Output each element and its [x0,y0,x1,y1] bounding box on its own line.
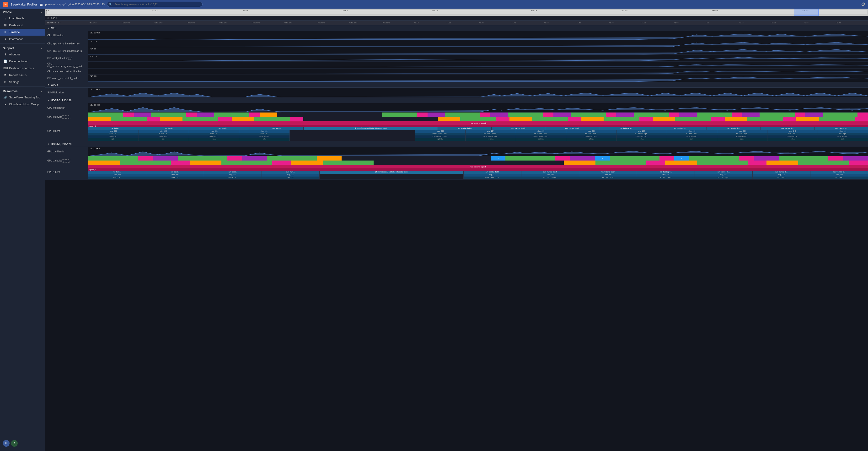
cpu-itlb-label: CPU-itlb_misses.miss_causes_a_walk [45,62,88,68]
sidebar-item-cloudwatch[interactable]: ☁ CloudWatch Log Group [0,101,45,108]
cpu-clk-thread-label: CPU-cpu_clk_unhalted.thread_p [45,47,88,55]
cpu-uops-row: CPU-uops_retired.stall_cycles 75 [45,74,868,82]
timeline-minimap-ruler[interactable]: 0 s 42.5 s 84.5 s 126.8 s 169.1 s 211.4 … [45,9,868,16]
sidebar-item-load-profile[interactable]: ↑ Load Profile [0,15,45,22]
gpu1-utilization-row: GPU-1 utilization 100 [45,147,868,156]
cpu-utilization-chart[interactable]: 100 [88,31,868,40]
cpu-clk-thread-row: CPU-cpu_clk_unhalted.thread_p 75 [45,47,868,55]
epoch-1-bar: epoch_1 [88,125,868,127]
gpu1-utilization-chart[interactable]: 100 [88,147,868,156]
gpu1-device-chart[interactable]: n n n [88,156,868,165]
power-icon[interactable]: ⏻ [861,2,865,6]
gpu1-device-label: GPU-1 device stream 1 stream 2 [45,156,88,165]
avatar-secondary[interactable]: 0 [11,440,18,447]
breadcrumb: pt-resnet-smppy-1xg4dn-2023-05-19-23-07-… [45,3,104,6]
about-icon: ℹ [3,53,7,56]
sidebar-item-timeline[interactable]: ≡ Timeline [0,29,45,36]
cpu-uops-chart[interactable]: 75 [88,74,868,82]
host1-group-header[interactable]: ▼ HOST-0, PID-128 [45,141,868,147]
gpu0-utilization-row: GPU-0 utilization 100 [45,103,868,113]
cpu-uops-label: CPU-uops_retired.stall_cycles [45,74,88,82]
upload-icon: ↑ [3,17,7,20]
keyboard-icon: ⌨ [3,66,7,70]
search-bar: 🔍 [107,2,203,7]
avatar[interactable]: U [3,440,9,447]
sum-utilization-chart[interactable]: 100 [88,88,868,97]
run-training-epoch-bar: run_training_epoch [88,121,868,125]
cpu-clk-ref-row: CPU-cpu_clk_unhalted.ref_tsc 75 [45,40,868,47]
gpus-group-header[interactable]: ▼ GPUs [45,82,868,88]
gpu1-host-label: GPU-1 host [45,165,88,179]
svg-text:50: 50 [90,55,97,57]
sidebar-item-dashboard[interactable]: ⊞ Dashboard [0,22,45,29]
gpu0-device-chart[interactable] [88,113,868,121]
host0-group-header[interactable]: ▼ HOST-0, PID-126 [45,97,868,103]
cpu-mem-row: CPU-mem_load_retired.l3_miss [45,68,868,74]
profile-chevron-icon: ▲ [40,11,42,13]
cpu-utilization-label: CPU Utilization [45,31,88,40]
gpu0-host-row: GPU-0 host run_training_epoch epoch_1 [45,121,868,141]
sidebar-item-keyboard-shortcuts[interactable]: ⌨ Keyboard shortcuts [0,65,45,72]
svg-text:75: 75 [90,75,97,77]
cpu-mem-label: CPU-mem_load_retired.l3_miss [45,68,88,74]
cpu-group-header[interactable]: ▼ CPU [45,25,868,31]
gpus-chevron-icon: ▼ [47,84,50,86]
topbar: SM SageMaker Profiler ☰ pt-resnet-smppy-… [0,0,868,9]
sidebar-bottom: U 0 [0,438,45,449]
cpu-clk-ref-chart[interactable]: 75 [88,40,868,47]
timeline-header: ✕ algo-1 [45,16,868,21]
svg-text:75: 75 [90,48,97,50]
svg-text:100: 100 [90,32,100,34]
support-chevron-icon: ▲ [40,47,42,50]
sidebar-item-documentation[interactable]: 📄 Documentation [0,58,45,65]
step-numbers-row: step_229 step_230 step_231 step_232_ ste… [88,130,868,133]
gpu1-stream1-label: stream 1 [62,158,70,160]
cpu-inst-chart[interactable]: 50 [88,55,868,61]
sidebar-item-settings[interactable]: ⚙ Settings [0,79,45,86]
gpu1-epoch-1-bar: epoch_1 [88,169,868,171]
profile-section-header: Profile ▲ [0,9,45,15]
hamburger-icon[interactable]: ☰ [39,2,43,7]
timeline-header-label: ✕ [47,17,49,19]
sub-steps-row: f bac... o... f... bac... o... f bac... … [88,133,868,136]
gpu0-stream1-label: stream 1 [62,114,70,117]
resources-chevron-icon: ▲ [40,90,42,93]
host1-chevron-icon: ▼ [47,143,50,145]
cpu-utilization-row: CPU Utilization 100 [45,31,868,40]
main-layout: Profile ▲ ↑ Load Profile ⊞ Dashboard ≡ T… [0,9,868,451]
gpu1-step-labels: run_traini... run_traini... run_traini..… [88,171,868,174]
tracks-container: ▼ CPU CPU Utilization 100 [45,25,868,451]
search-icon: 🔍 [109,3,113,6]
cpu-itlb-chart[interactable] [88,62,868,67]
svg-text:100: 100 [90,148,100,150]
sidebar-item-information[interactable]: ℹ Information [0,36,45,42]
cloud-icon: ☁ [3,102,7,106]
settings-icon: ⚙ [3,80,7,84]
resources-section-header: Resources ▲ [0,88,45,94]
svg-text:100: 100 [90,88,100,91]
content-area: 0 s 42.5 s 84.5 s 126.8 s 169.1 s 211.4 … [45,9,868,451]
secondary-ruler: 1684557764 s + +51.9ms +151.9ms +251.9ms… [45,21,868,25]
sidebar-item-about[interactable]: ℹ About us [0,51,45,58]
cpu-clk-thread-chart[interactable]: 75 [88,47,868,55]
cpu-clk-ref-label: CPU-cpu_clk_unhalted.ref_tsc [45,40,88,47]
support-section-header: Support ▲ [0,45,45,51]
opti-row: opti... op... op... opt... optimi... opt… [88,138,868,141]
gpu0-stream2-label: stream 2 [62,117,70,120]
gpu1-host-row: GPU-1 host run_training_epoch epoch_1 ru… [45,165,868,180]
cpu-inst-label: CPU-inst_retired.any_p [45,55,88,61]
gpu0-utilization-chart[interactable]: 100 [88,103,868,112]
gpu0-host-label: GPU-0 host [45,121,88,141]
app-title: SageMaker Profiler [10,3,37,6]
sum-utilization-row: SUM Utilization 100 [45,88,868,97]
gpu1-run-training-epoch-bar: run_training_epoch [88,165,868,169]
search-input[interactable] [107,2,203,7]
cpu-chevron-icon: ▼ [47,27,50,29]
sidebar: Profile ▲ ↑ Load Profile ⊞ Dashboard ≡ T… [0,9,45,451]
sum-utilization-label: SUM Utilization [45,88,88,97]
host0-chevron-icon: ▼ [47,99,50,101]
sidebar-item-report-issues[interactable]: ⚑ Report issuus [0,72,45,79]
sidebar-item-sagemaker-job[interactable]: 🔗 SageMaker Training Job [0,94,45,101]
flag-icon: ⚑ [3,73,7,77]
cpu-mem-chart[interactable] [88,68,868,74]
